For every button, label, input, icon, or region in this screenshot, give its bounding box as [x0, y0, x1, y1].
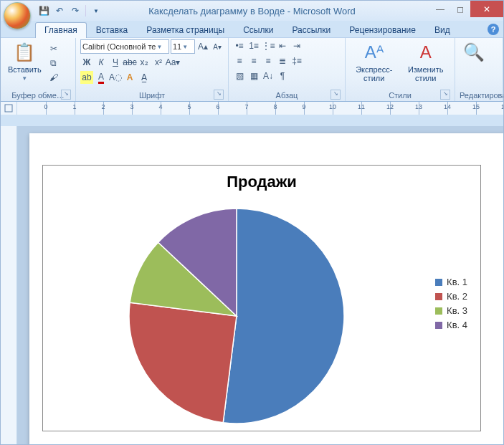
legend-item: Кв. 4	[435, 320, 467, 330]
title-bar: 💾 ↶ ↷ ▼ Каксделать диаграмму в Ворде - M…	[1, 1, 503, 21]
clear-format-icon[interactable]: A◌	[109, 71, 122, 84]
format-painter-icon[interactable]: 🖌	[47, 71, 60, 84]
legend-swatch	[435, 279, 442, 286]
char-border-icon[interactable]: A̲	[138, 71, 151, 84]
redo-icon[interactable]: ↷	[70, 5, 81, 16]
ruler-row: 01234567891011121314151617	[1, 102, 503, 115]
minimize-button[interactable]: —	[430, 1, 450, 17]
line-spacing-icon[interactable]: ‡≡	[290, 54, 303, 67]
subscript-icon[interactable]: x₂	[138, 56, 151, 69]
dialog-launcher-icon[interactable]: ↘	[61, 90, 71, 100]
qat-dropdown-icon[interactable]: ▼	[90, 5, 102, 16]
multilevel-icon[interactable]: ⋮≡	[262, 39, 275, 52]
group-editing-label: Редактирование	[460, 90, 498, 101]
quick-access-toolbar: 💾 ↶ ↷ ▼	[38, 5, 102, 16]
pie-chart	[129, 209, 344, 424]
tab-view[interactable]: Вид	[425, 22, 460, 38]
tab-home[interactable]: Главная	[35, 22, 87, 38]
ribbon-tabs: Главная Вставка Разметка страницы Ссылки…	[1, 21, 503, 37]
quick-styles-button[interactable]: Aᴬ Экспресс-стили	[350, 39, 398, 84]
bold-icon[interactable]: Ж	[80, 56, 93, 69]
maximize-button[interactable]: ◻	[450, 1, 470, 17]
window-controls: — ◻ ✕	[430, 1, 503, 17]
legend-swatch	[435, 307, 442, 315]
chart-legend: Кв. 1Кв. 2Кв. 3Кв. 4	[435, 273, 467, 334]
group-editing: 🔍 Редактирование	[455, 38, 503, 101]
paste-label: Вставить	[8, 65, 42, 74]
pie-slice	[223, 209, 344, 424]
align-center-icon[interactable]: ≡	[247, 54, 260, 67]
group-clipboard-label: Буфер обме… ↘	[5, 90, 71, 101]
legend-label: Кв. 1	[447, 277, 467, 287]
save-icon[interactable]: 💾	[38, 5, 49, 16]
group-font: Calibri (Основной те▼ 11▼ A▴ A▾ Ж К Ч ab…	[76, 38, 229, 101]
paste-icon: 📋	[13, 41, 36, 64]
change-case-icon[interactable]: Aa▾	[166, 56, 179, 69]
legend-item: Кв. 2	[435, 291, 467, 302]
sort-icon[interactable]: A↓	[262, 70, 275, 82]
horizontal-ruler[interactable]: 01234567891011121314151617	[17, 102, 503, 115]
tab-review[interactable]: Рецензирование	[340, 22, 425, 38]
vertical-ruler[interactable]	[1, 126, 17, 444]
highlight-icon[interactable]: ab	[80, 71, 93, 84]
tab-insert[interactable]: Вставка	[87, 22, 138, 38]
dialog-launcher-icon[interactable]: ↘	[214, 90, 224, 100]
justify-icon[interactable]: ≣	[276, 54, 289, 67]
dialog-launcher-icon[interactable]: ↘	[331, 90, 341, 100]
undo-icon[interactable]: ↶	[54, 5, 65, 16]
align-left-icon[interactable]: ≡	[233, 54, 246, 67]
separator	[85, 5, 86, 16]
chevron-down-icon: ▼	[181, 44, 189, 50]
superscript-icon[interactable]: x²	[152, 56, 165, 69]
tab-refs[interactable]: Ссылки	[234, 22, 282, 38]
ruler-corner[interactable]	[1, 102, 17, 115]
italic-icon[interactable]: К	[95, 56, 108, 69]
paste-button[interactable]: 📋 Вставить ▼	[5, 39, 44, 83]
strike-icon[interactable]: abc	[123, 56, 136, 69]
align-right-icon[interactable]: ≡	[262, 54, 275, 67]
close-button[interactable]: ✕	[470, 1, 503, 17]
cut-icon[interactable]: ✂	[47, 42, 60, 55]
text-effects-icon[interactable]: A	[123, 71, 136, 84]
copy-icon[interactable]: ⧉	[47, 57, 60, 70]
legend-label: Кв. 3	[447, 305, 467, 316]
change-styles-icon: A	[414, 41, 437, 64]
change-styles-button[interactable]: A Изменить стили	[401, 39, 450, 84]
chart-object[interactable]: Продажи Кв. 1Кв. 2Кв. 3Кв. 4	[42, 165, 481, 431]
document-page[interactable]: Продажи Кв. 1Кв. 2Кв. 3Кв. 4	[29, 133, 503, 444]
shrink-font-icon[interactable]: A▾	[211, 40, 224, 53]
font-name-select[interactable]: Calibri (Основной те▼	[80, 39, 169, 54]
ribbon: 📋 Вставить ▼ ✂ ⧉ 🖌 Буфер обме… ↘	[1, 37, 503, 102]
legend-label: Кв. 2	[447, 291, 467, 302]
help-icon[interactable]: ?	[488, 24, 499, 35]
svg-rect-0	[5, 105, 12, 112]
bullets-icon[interactable]: •≡	[233, 39, 246, 52]
group-styles: Aᴬ Экспресс-стили A Изменить стили Стили…	[346, 38, 455, 101]
group-paragraph: •≡ 1≡ ⋮≡ ⇤ ⇥ ≡ ≡ ≡ ≣ ‡≡ ▧ ▦ A↓ ¶	[229, 38, 346, 101]
font-color-icon[interactable]: A	[95, 71, 108, 84]
view-ruler-icon	[4, 104, 13, 113]
font-size-select[interactable]: 11▼	[171, 39, 195, 54]
numbering-icon[interactable]: 1≡	[247, 39, 260, 52]
group-paragraph-label: Абзац ↘	[233, 90, 341, 101]
dialog-launcher-icon[interactable]: ↘	[440, 90, 450, 100]
legend-swatch	[435, 322, 442, 329]
document-area: Продажи Кв. 1Кв. 2Кв. 3Кв. 4	[1, 126, 503, 444]
grow-font-icon[interactable]: A▴	[196, 40, 209, 53]
borders-icon[interactable]: ▦	[247, 70, 260, 82]
indent-inc-icon[interactable]: ⇥	[290, 39, 303, 52]
binoculars-icon: 🔍	[462, 41, 485, 64]
office-button[interactable]	[4, 2, 31, 29]
shading-icon[interactable]: ▧	[233, 70, 246, 82]
chevron-down-icon: ▼	[156, 44, 163, 50]
legend-item: Кв. 3	[435, 305, 467, 316]
underline-icon[interactable]: Ч	[109, 56, 122, 69]
chevron-down-icon: ▼	[21, 75, 28, 82]
indent-dec-icon[interactable]: ⇤	[276, 39, 289, 52]
tab-mail[interactable]: Рассылки	[282, 22, 340, 38]
find-button[interactable]: 🔍	[460, 39, 488, 65]
group-font-label: Шрифт ↘	[80, 90, 224, 101]
show-marks-icon[interactable]: ¶	[276, 70, 289, 82]
tab-layout[interactable]: Разметка страницы	[137, 22, 234, 38]
legend-item: Кв. 1	[435, 277, 467, 287]
